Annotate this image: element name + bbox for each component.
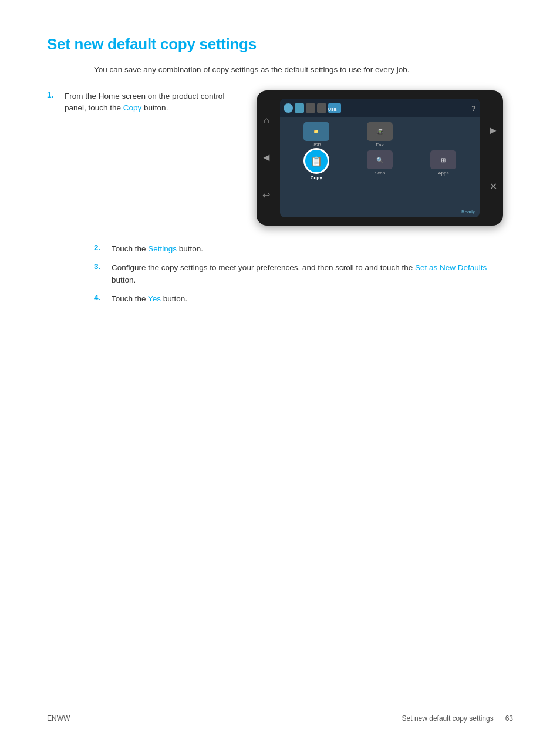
cancel-button[interactable]: ✕ (490, 181, 497, 192)
usb-label: USB (311, 142, 321, 147)
empty-cell (413, 122, 439, 147)
step-2-text: Touch the Settings button. (112, 243, 203, 255)
copy-link[interactable]: Copy (123, 103, 142, 112)
left-nav-controls: ⌂ ◄ ↩ (261, 90, 272, 226)
fax-label: Fax (376, 142, 383, 147)
signal-icon (295, 103, 304, 113)
scan-cell[interactable]: 🔍 Scan (349, 150, 410, 180)
copy-icon-box: 📋 (303, 148, 329, 174)
fax-cell[interactable]: 📠 Fax (349, 122, 410, 147)
usb-cell[interactable]: 📁 USB (286, 122, 346, 147)
step-4: 4. Touch the Yes button. (94, 293, 513, 305)
step-2-number: 2. (94, 243, 112, 255)
intro-paragraph: You can save any combination of copy set… (94, 65, 513, 74)
remaining-steps: 2. Touch the Settings button. 3. Configu… (94, 243, 513, 305)
footer-right-group: Set new default copy settings 63 (402, 714, 513, 723)
step-4-text: Touch the Yes button. (112, 293, 187, 305)
step-1-section: 1. From the Home screen on the product c… (47, 90, 513, 226)
scan-icon-box: 🔍 (367, 150, 393, 169)
step-1-text: From the Home screen on the product cont… (65, 90, 247, 115)
usb-storage-icon: USB (328, 103, 341, 113)
lcd-top-bar: USB ? (280, 99, 480, 117)
settings-link[interactable]: Settings (148, 244, 177, 253)
lcd-display: USB ? 📁 USB (280, 99, 480, 217)
icons-grid: 📁 USB 📠 Fax (280, 117, 480, 185)
yes-link[interactable]: Yes (148, 294, 161, 303)
ready-status: Ready (461, 209, 475, 214)
footer-chapter: Set new default copy settings (402, 714, 494, 723)
fax-icon-box: 📠 (367, 122, 393, 141)
right-nav-controls: ► ✕ (488, 90, 498, 226)
right-arrow-button[interactable]: ► (488, 125, 498, 137)
step-1-number: 1. (47, 90, 65, 115)
apps-icon-box: ⊞ (430, 150, 456, 169)
footer-page-number: 63 (505, 714, 513, 723)
step-1: 1. From the Home screen on the product c… (47, 90, 247, 115)
step-1-image: ⌂ ◄ ↩ USB ? (247, 90, 513, 226)
step-1-left: 1. From the Home screen on the product c… (47, 90, 247, 123)
step-3: 3. Configure the copy settings to meet y… (94, 262, 513, 286)
page-content: Set new default copy settings You can sa… (0, 0, 560, 359)
copy-cell[interactable]: 📋 Copy (286, 150, 346, 180)
return-button[interactable]: ↩ (262, 190, 270, 201)
page-footer: ENWW Set new default copy settings 63 (47, 708, 513, 723)
copy-label: Copy (311, 175, 322, 180)
set-as-new-defaults-link[interactable]: Set as New Defaults (415, 263, 487, 272)
page-title: Set new default copy settings (47, 35, 513, 53)
apps-label: Apps (438, 170, 448, 176)
home-button[interactable]: ⌂ (264, 115, 269, 126)
help-icon[interactable]: ? (471, 104, 476, 113)
wifi-icon (284, 103, 293, 113)
step-3-text: Configure the copy settings to meet your… (112, 262, 513, 286)
step-4-number: 4. (94, 293, 112, 305)
paper-icon (317, 103, 326, 113)
usb-icon-box: 📁 (303, 122, 329, 141)
ink-icon (306, 103, 315, 113)
printer-panel: ⌂ ◄ ↩ USB ? (257, 90, 503, 226)
footer-left: ENWW (47, 714, 70, 723)
step-3-number: 3. (94, 262, 112, 286)
apps-cell[interactable]: ⊞ Apps (413, 150, 474, 180)
step-2: 2. Touch the Settings button. (94, 243, 513, 255)
scan-label: Scan (375, 170, 385, 176)
back-button[interactable]: ◄ (261, 152, 272, 164)
